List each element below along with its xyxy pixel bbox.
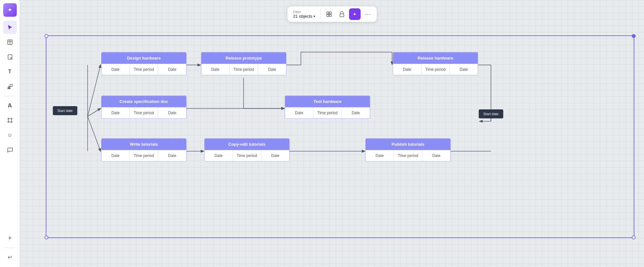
handle-bottom-left[interactable] xyxy=(44,235,48,239)
design-hardware-title: Design hardware xyxy=(101,52,186,64)
create-spec-node[interactable]: Create specification doc Date Time perio… xyxy=(101,96,187,119)
test-hardware-period: Time period xyxy=(313,107,342,118)
design-hardware-node[interactable]: Design hardware Date Time period Date xyxy=(101,52,187,75)
svg-rect-6 xyxy=(8,119,12,122)
filter-label: Filter xyxy=(293,10,315,14)
divider1 xyxy=(4,96,16,96)
toolbar-divider xyxy=(320,10,321,19)
svg-line-24 xyxy=(88,116,101,151)
more-button[interactable]: ··· xyxy=(362,8,373,20)
release-prototype-title: Release prototype xyxy=(201,52,286,64)
write-tutorials-period: Time period xyxy=(130,150,158,161)
shapes-button[interactable] xyxy=(3,80,17,93)
write-tutorials-date2: Date xyxy=(158,150,186,161)
test-hardware-date2: Date xyxy=(342,107,370,118)
release-prototype-body: Date Time period Date xyxy=(201,64,286,75)
design-hardware-period: Time period xyxy=(130,64,158,75)
create-spec-period: Time period xyxy=(130,107,158,118)
test-hardware-node[interactable]: Test hardware Date Time period Date xyxy=(285,96,370,119)
lock-button[interactable] xyxy=(336,8,348,20)
copy-edit-date1: Date xyxy=(205,150,233,161)
publish-tutorials-date1: Date xyxy=(366,150,394,161)
write-tutorials-node[interactable]: Write tutorials Date Time period Date xyxy=(101,138,187,161)
copy-edit-tutorials-body: Date Time period Date xyxy=(205,150,289,161)
publish-tutorials-title: Publish tutorials xyxy=(366,139,450,150)
handle-bottom-right[interactable] xyxy=(632,235,636,239)
create-spec-date2: Date xyxy=(158,107,186,118)
test-hardware-date1: Date xyxy=(285,107,313,118)
design-hardware-date1: Date xyxy=(101,64,130,75)
release-hardware-date1: Date xyxy=(393,64,421,75)
table-button[interactable] xyxy=(3,35,17,49)
canvas-area[interactable]: Filter 21 objects ▾ ✦ ··· xyxy=(20,0,644,267)
publish-tutorials-period: Time period xyxy=(394,150,422,161)
emoji-button[interactable]: ☺ xyxy=(3,128,17,142)
copy-edit-date2: Date xyxy=(261,150,289,161)
handle-top-left[interactable] xyxy=(44,34,48,38)
create-spec-date1: Date xyxy=(101,107,130,118)
svg-rect-18 xyxy=(329,14,331,16)
filter-value: 21 objects ▾ xyxy=(293,14,315,19)
test-hardware-title: Test hardware xyxy=(285,96,370,107)
design-hardware-date2: Date xyxy=(158,64,186,75)
write-tutorials-body: Date Time period Date xyxy=(101,150,186,161)
flow-diagram-container: Start date Design hardware Date Time per… xyxy=(46,35,634,238)
svg-line-22 xyxy=(88,65,101,116)
release-prototype-date1: Date xyxy=(201,64,230,75)
test-hardware-body: Date Time period Date xyxy=(285,107,370,118)
svg-rect-19 xyxy=(340,14,344,17)
copy-edit-tutorials-title: Copy-edit tutorials xyxy=(205,139,289,150)
frame-button[interactable] xyxy=(3,114,17,127)
svg-line-23 xyxy=(88,108,101,116)
text-button[interactable]: T xyxy=(3,65,17,78)
release-prototype-date2: Date xyxy=(258,64,286,75)
release-prototype-node[interactable]: Release prototype Date Time period Date xyxy=(201,52,286,75)
note-button[interactable] xyxy=(3,50,17,64)
start-date-left: Start date xyxy=(53,106,77,115)
sparkle-button[interactable]: ✦ xyxy=(349,8,360,20)
release-hardware-date2: Date xyxy=(450,64,478,75)
write-tutorials-title: Write tutorials xyxy=(101,139,186,150)
ai-button[interactable]: ✦ xyxy=(3,3,17,17)
svg-rect-5 xyxy=(10,84,12,87)
release-hardware-title: Release hardware xyxy=(393,52,478,64)
publish-tutorials-date2: Date xyxy=(422,150,450,161)
divider2 xyxy=(4,247,16,248)
filter-dropdown[interactable]: Filter 21 objects ▾ xyxy=(291,9,318,19)
start-date-right: Start date xyxy=(479,109,503,118)
release-hardware-body: Date Time period Date xyxy=(393,64,478,75)
handle-top-right[interactable] xyxy=(632,34,636,38)
svg-rect-15 xyxy=(327,12,329,14)
grid-view-button[interactable] xyxy=(323,8,335,20)
sidebar-bottom: + ↩ xyxy=(3,231,17,264)
undo-button[interactable]: ↩ xyxy=(3,250,17,264)
release-hardware-period: Time period xyxy=(421,64,450,75)
create-spec-body: Date Time period Date xyxy=(101,107,186,118)
svg-rect-16 xyxy=(329,12,331,14)
release-prototype-period: Time period xyxy=(230,64,258,75)
sidebar: ✦ T A xyxy=(0,0,20,267)
add-button[interactable]: + xyxy=(3,231,17,245)
copy-edit-period: Time period xyxy=(233,150,261,161)
toolbar: Filter 21 objects ▾ ✦ ··· xyxy=(287,6,377,22)
comment-button[interactable] xyxy=(3,143,17,157)
release-hardware-node[interactable]: Release hardware Date Time period Date xyxy=(393,52,478,75)
select-button[interactable] xyxy=(3,21,17,34)
create-spec-title: Create specification doc xyxy=(101,96,186,107)
write-tutorials-date1: Date xyxy=(101,150,130,161)
font-button[interactable]: A xyxy=(3,99,17,112)
copy-edit-tutorials-node[interactable]: Copy-edit tutorials Date Time period Dat… xyxy=(204,138,290,161)
design-hardware-body: Date Time period Date xyxy=(101,64,186,75)
publish-tutorials-body: Date Time period Date xyxy=(366,150,450,161)
chevron-down-icon: ▾ xyxy=(313,14,315,18)
publish-tutorials-node[interactable]: Publish tutorials Date Time period Date xyxy=(365,138,451,161)
svg-rect-17 xyxy=(327,14,329,16)
